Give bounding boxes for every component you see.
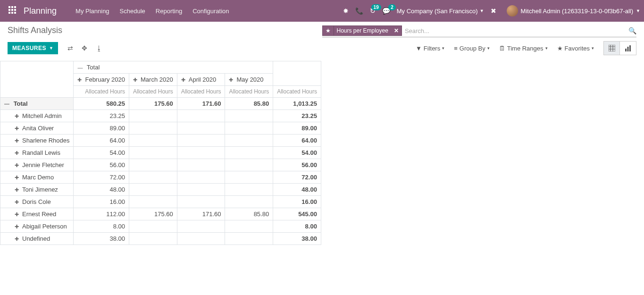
cell — [177, 122, 225, 135]
cell — [177, 135, 225, 147]
cell — [225, 184, 273, 196]
plus-icon: ✚ — [229, 77, 234, 83]
flip-axis-icon[interactable]: ⇄ — [67, 44, 73, 52]
apps-icon[interactable] — [4, 6, 21, 16]
table-row[interactable]: ✚Sharlene Rhodes64.0064.00 — [0, 135, 321, 147]
cell — [225, 135, 273, 147]
app-brand[interactable]: Planning — [24, 6, 57, 16]
view-pivot-button[interactable] — [604, 42, 620, 55]
user-menu[interactable]: Mitchell Admin (1263319-13-0-0f3b67-all)… — [507, 5, 640, 17]
top-navbar: Planning My Planning Schedule Reporting … — [0, 0, 644, 22]
table-row[interactable]: ✚Undefined38.0038.00 — [0, 233, 321, 245]
download-icon[interactable]: ⭳ — [96, 44, 102, 52]
facet-remove[interactable]: ✕ — [391, 26, 401, 35]
row-header[interactable]: ✚Abigail Peterson — [0, 220, 74, 233]
nav-link-myplanning[interactable]: My Planning — [75, 8, 109, 15]
clock-badge: 19 — [371, 4, 381, 10]
minus-icon: — — [4, 101, 9, 107]
caret-down-icon: ▾ — [442, 46, 444, 51]
row-name: Anita Oliver — [22, 125, 54, 132]
timeranges-dropdown[interactable]: 🗓 Time Ranges ▾ — [499, 45, 548, 52]
col-month-header[interactable]: ✚March 2020 — [129, 74, 177, 86]
view-graph-button[interactable] — [620, 42, 636, 55]
cell — [225, 147, 273, 159]
table-row[interactable]: ✚Anita Oliver89.0089.00 — [0, 122, 321, 135]
col-month-header[interactable]: ✚February 2020 — [74, 74, 129, 86]
table-row[interactable]: ✚Marc Demo72.0072.00 — [0, 171, 321, 184]
row-header[interactable]: ✚Sharlene Rhodes — [0, 135, 74, 147]
table-row[interactable]: ✚Mitchell Admin23.2523.25 — [0, 110, 321, 122]
phone-icon[interactable]: 📞 — [355, 7, 363, 15]
row-total[interactable]: — Total 580.25 175.60 171.60 85.80 1,013… — [0, 98, 321, 110]
measure-label: Allocated Hours — [74, 86, 129, 98]
row-name: Undefined — [22, 235, 50, 242]
facet-text: Hours per Employee — [334, 26, 391, 35]
cell: 72.00 — [74, 171, 129, 184]
caret-down-icon: ▾ — [545, 46, 548, 51]
favorites-label: Favorites — [565, 45, 590, 52]
month-label: March 2020 — [141, 76, 173, 83]
cell — [129, 184, 177, 196]
star-icon: ★ — [323, 26, 334, 35]
cell — [129, 122, 177, 135]
search-icon[interactable]: 🔍 — [628, 27, 636, 34]
pivot-table: — Total ✚February 2020 ✚March 2020 ✚Apri… — [0, 61, 321, 245]
bug-icon[interactable]: ✸ — [343, 7, 349, 15]
list-icon: ≡ — [454, 45, 458, 52]
table-row[interactable]: ✚Toni Jimenez48.0048.00 — [0, 184, 321, 196]
cell-total: 8.00 — [273, 220, 321, 233]
row-header[interactable]: ✚Ernest Reed — [0, 208, 74, 220]
row-header[interactable]: ✚Doris Cole — [0, 196, 74, 208]
cell: 56.00 — [74, 159, 129, 171]
measures-label: MEASURES — [12, 45, 46, 51]
search-input[interactable] — [402, 26, 628, 36]
row-name: Jennie Fletcher — [22, 161, 64, 169]
search-facet: ★ Hours per Employee ✕ — [322, 25, 402, 36]
groupby-dropdown[interactable]: ≡ Group By ▾ — [454, 45, 490, 52]
cell-total: 72.00 — [273, 171, 321, 184]
table-row[interactable]: ✚Jennie Fletcher56.0056.00 — [0, 159, 321, 171]
cell: 85.80 — [225, 208, 273, 220]
table-row[interactable]: ✚Abigail Peterson8.008.00 — [0, 220, 321, 233]
row-header[interactable]: ✚Mitchell Admin — [0, 110, 74, 122]
expand-icon[interactable]: ✥ — [82, 44, 87, 52]
col-total-header[interactable]: — Total — [74, 61, 273, 74]
company-switcher[interactable]: My Company (San Francisco) ▼ — [397, 8, 484, 15]
measures-button[interactable]: MEASURES ▼ — [8, 42, 58, 54]
row-header[interactable]: ✚Undefined — [0, 233, 74, 245]
nav-link-configuration[interactable]: Configuration — [192, 8, 229, 15]
star-icon: ★ — [557, 45, 563, 52]
svg-rect-1 — [11, 6, 13, 8]
chat-icon[interactable]: 💬 2 — [382, 7, 390, 15]
table-row[interactable]: ✚Doris Cole16.0016.00 — [0, 196, 321, 208]
col-month-header[interactable]: ✚May 2020 — [225, 74, 273, 86]
measure-label: Allocated Hours — [273, 86, 321, 98]
row-header[interactable]: ✚Randall Lewis — [0, 147, 74, 159]
clock-icon[interactable]: ↻ 19 — [370, 7, 376, 15]
nav-link-reporting[interactable]: Reporting — [156, 8, 182, 15]
col-month-header[interactable]: ✚April 2020 — [177, 74, 225, 86]
tools-icon[interactable]: ✖ — [491, 7, 496, 15]
chat-badge: 2 — [388, 4, 396, 10]
table-row[interactable]: ✚Randall Lewis54.0054.00 — [0, 147, 321, 159]
row-header[interactable]: ✚Jennie Fletcher — [0, 159, 74, 171]
favorites-dropdown[interactable]: ★ Favorites ▾ — [557, 45, 594, 52]
month-label: February 2020 — [85, 76, 125, 83]
cell: 8.00 — [74, 220, 129, 233]
search-bar[interactable]: ★ Hours per Employee ✕ 🔍 — [322, 25, 637, 37]
pivot-table-container: — Total ✚February 2020 ✚March 2020 ✚Apri… — [0, 61, 644, 245]
row-header[interactable]: ✚Anita Oliver — [0, 122, 74, 135]
table-row[interactable]: ✚Ernest Reed112.00175.60171.6085.80545.0… — [0, 208, 321, 220]
row-header[interactable]: ✚Marc Demo — [0, 171, 74, 184]
nav-link-schedule[interactable]: Schedule — [120, 8, 145, 15]
svg-rect-16 — [629, 45, 631, 51]
filters-label: Filters — [424, 45, 440, 52]
filters-dropdown[interactable]: ▼ Filters ▾ — [416, 45, 444, 52]
row-total-label: Total — [14, 100, 28, 107]
calendar-icon: 🗓 — [499, 45, 505, 52]
cell — [129, 196, 177, 208]
row-total-header[interactable]: — Total — [0, 98, 74, 110]
user-label: Mitchell Admin (1263319-13-0-0f3b67-all) — [521, 8, 633, 15]
svg-rect-8 — [14, 12, 16, 14]
row-header[interactable]: ✚Toni Jimenez — [0, 184, 74, 196]
